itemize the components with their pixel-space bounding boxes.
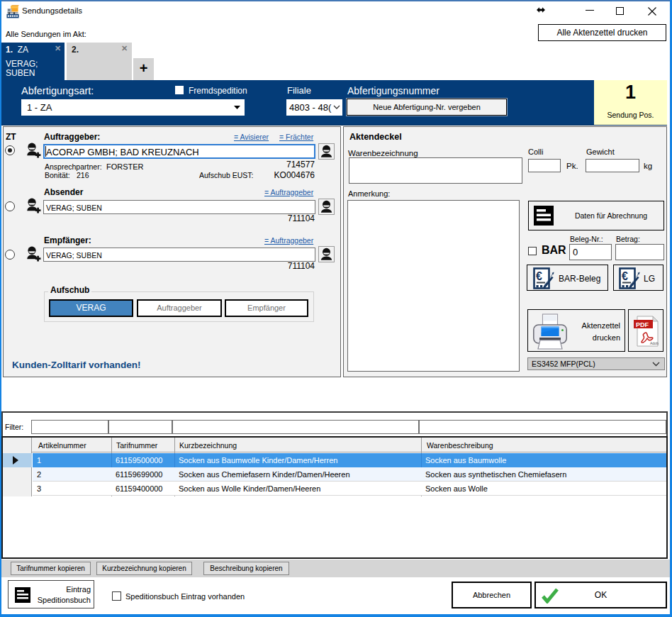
svg-text:€: €: [622, 270, 628, 282]
svg-text:Adobe: Adobe: [650, 341, 659, 345]
svg-text:€: €: [536, 270, 542, 282]
svg-text:PDF: PDF: [636, 321, 649, 328]
